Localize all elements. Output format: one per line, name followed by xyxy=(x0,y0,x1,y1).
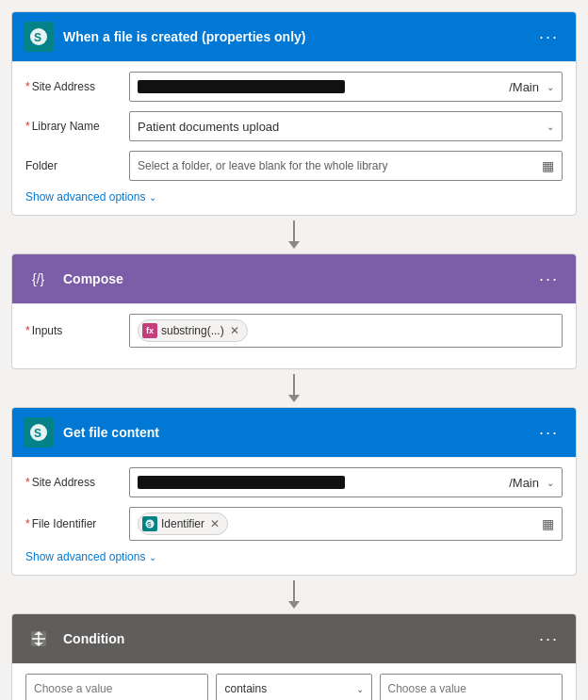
trigger-body: *Site Address /Main ⌄ *Library Name Pati… xyxy=(12,62,576,215)
gf-site-address-row: *Site Address /Main ⌄ xyxy=(25,467,563,497)
svg-text:S: S xyxy=(34,31,41,44)
gf-site-address-redacted xyxy=(138,476,345,489)
sp-icon: S xyxy=(142,516,157,531)
trigger-header: S When a file is created (properties onl… xyxy=(12,12,576,62)
get-file-menu[interactable]: ··· xyxy=(533,421,564,445)
inputs-field[interactable]: fx substring(...) ✕ xyxy=(129,314,563,348)
inputs-control: fx substring(...) ✕ xyxy=(129,314,563,348)
show-advanced-get-file[interactable]: Show advanced options ⌄ xyxy=(25,550,563,563)
svg-text:S: S xyxy=(147,521,152,528)
get-file-card: S Get file content ··· *Site Address /Ma… xyxy=(11,407,577,576)
identifier-folder-icon: ▦ xyxy=(542,516,554,531)
inputs-row: *Inputs fx substring(...) ✕ xyxy=(25,314,563,348)
show-advanced-chevron: ⌄ xyxy=(149,192,156,203)
file-identifier-field[interactable]: S Identifier ✕ ▦ xyxy=(129,507,563,541)
site-address-chevron: ⌄ xyxy=(547,82,554,92)
fx-icon: fx xyxy=(142,323,157,338)
gf-site-address-control: /Main ⌄ xyxy=(129,467,563,497)
condition-title: Condition xyxy=(63,631,533,646)
substring-close[interactable]: ✕ xyxy=(230,324,239,337)
arrow-3 xyxy=(11,576,577,613)
identifier-close[interactable]: ✕ xyxy=(210,517,220,530)
library-name-value: Patient documents upload xyxy=(138,120,539,134)
condition-operator-chevron: ⌄ xyxy=(356,684,364,694)
file-identifier-label: *File Identifier xyxy=(25,517,129,530)
inputs-label: *Inputs xyxy=(25,324,129,337)
library-name-control: Patient documents upload ⌄ xyxy=(129,111,563,141)
folder-row: Folder Select a folder, or leave blank f… xyxy=(25,151,563,181)
library-name-row: *Library Name Patient documents upload ⌄ xyxy=(25,111,563,141)
condition-menu[interactable]: ··· xyxy=(533,627,564,651)
file-identifier-row: *File Identifier S Identifier ✕ ▦ xyxy=(25,507,563,541)
folder-control: Select a folder, or leave blank for the … xyxy=(129,151,563,181)
site-address-row: *Site Address /Main ⌄ xyxy=(25,72,563,102)
arrow-1 xyxy=(11,216,577,253)
site-address-dropdown[interactable]: /Main ⌄ xyxy=(129,72,563,102)
condition-operator-value: contains xyxy=(224,682,267,695)
folder-label: Folder xyxy=(25,159,129,172)
compose-icon: {/} xyxy=(24,264,54,294)
svg-text:{/}: {/} xyxy=(32,271,45,286)
show-advanced-gf-chevron: ⌄ xyxy=(149,552,156,562)
get-file-title: Get file content xyxy=(63,425,533,440)
trigger-title: When a file is created (properties only) xyxy=(63,29,533,44)
folder-placeholder: Select a folder, or leave blank for the … xyxy=(138,159,387,172)
substring-label: substring(...) xyxy=(161,324,224,337)
get-file-body: *Site Address /Main ⌄ *File Identifier xyxy=(12,458,576,575)
sharepoint-icon: S xyxy=(24,22,54,52)
file-identifier-control: S Identifier ✕ ▦ xyxy=(129,507,563,541)
condition-right-input[interactable] xyxy=(380,674,563,700)
site-address-control: /Main ⌄ xyxy=(129,72,563,102)
condition-icon xyxy=(24,624,54,654)
compose-card: {/} Compose ··· *Inputs fx substring(...… xyxy=(11,253,577,369)
compose-title: Compose xyxy=(63,271,533,286)
gf-site-address-suffix: /Main xyxy=(509,476,539,490)
get-file-sharepoint-icon: S xyxy=(24,417,54,448)
library-name-label: *Library Name xyxy=(25,120,129,133)
trigger-menu[interactable]: ··· xyxy=(533,25,564,49)
identifier-label: Identifier xyxy=(161,517,204,530)
compose-header: {/} Compose ··· xyxy=(12,254,576,304)
identifier-tag: S Identifier ✕ xyxy=(138,513,228,535)
site-address-redacted xyxy=(138,80,345,93)
library-name-chevron: ⌄ xyxy=(547,122,554,132)
condition-body: contains ⌄ Edit in advanced mode Collaps… xyxy=(12,664,576,700)
gf-site-address-label: *Site Address xyxy=(25,476,129,489)
arrow-2 xyxy=(11,369,577,407)
gf-site-address-dropdown[interactable]: /Main ⌄ xyxy=(129,467,563,497)
compose-body: *Inputs fx substring(...) ✕ xyxy=(12,304,576,368)
folder-field[interactable]: Select a folder, or leave blank for the … xyxy=(129,151,563,181)
condition-row: contains ⌄ xyxy=(25,674,563,700)
gf-site-address-chevron: ⌄ xyxy=(547,478,554,488)
condition-card: Condition ··· contains ⌄ Edit in advance… xyxy=(11,613,577,700)
site-address-suffix: /Main xyxy=(509,80,539,94)
svg-text:S: S xyxy=(34,427,41,440)
get-file-header: S Get file content ··· xyxy=(12,408,576,458)
library-name-dropdown[interactable]: Patient documents upload ⌄ xyxy=(129,111,563,141)
condition-operator-select[interactable]: contains ⌄ xyxy=(216,674,371,700)
condition-header: Condition ··· xyxy=(12,614,576,664)
compose-menu[interactable]: ··· xyxy=(533,268,564,291)
site-address-label: *Site Address xyxy=(25,80,129,93)
substring-tag: fx substring(...) ✕ xyxy=(138,319,248,342)
folder-icon: ▦ xyxy=(542,158,554,173)
condition-left-input[interactable] xyxy=(25,674,208,700)
show-advanced-trigger[interactable]: Show advanced options ⌄ xyxy=(25,190,563,203)
trigger-card: S When a file is created (properties onl… xyxy=(11,11,577,216)
